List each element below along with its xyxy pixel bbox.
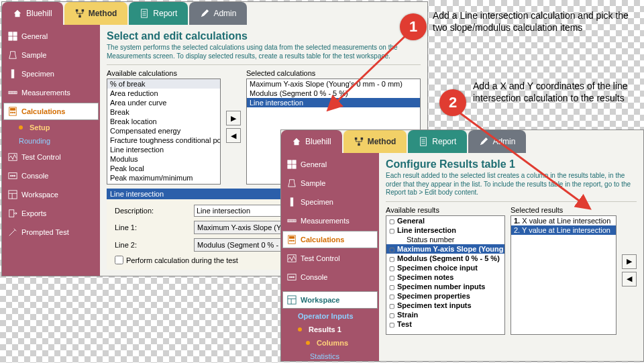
- list-item[interactable]: Area under curve: [107, 98, 220, 107]
- sidebar-item-general[interactable]: General: [282, 156, 378, 173]
- list-item[interactable]: Line intersection: [107, 145, 220, 154]
- sidebar-item-label: Exports: [21, 209, 46, 217]
- sidebar-item-specimen[interactable]: Specimen: [282, 193, 378, 211]
- sidebar-item-test-control[interactable]: Test Control: [282, 250, 378, 267]
- list-item[interactable]: 2. Y value at Line intersection: [511, 225, 616, 235]
- available-calculations-list[interactable]: % of break Area reduction Area under cur…: [107, 79, 221, 185]
- sidebar-item-sample[interactable]: Sample: [3, 46, 99, 64]
- list-item[interactable]: 1. X value at Line intersection: [511, 216, 616, 225]
- tab-home[interactable]: Bluehill: [281, 130, 342, 153]
- sidebar-item-label: Calculations: [21, 107, 65, 115]
- sidebar-item-label: Console: [301, 273, 327, 281]
- tree-item[interactable]: General: [386, 216, 504, 225]
- sidebar-item-calculations[interactable]: Calculations: [282, 231, 378, 248]
- sidebar-item-label: Sample: [301, 179, 325, 187]
- sidebar-item-console[interactable]: Console: [282, 268, 378, 286]
- export-icon: [8, 209, 17, 218]
- sidebar-item-general[interactable]: General: [3, 28, 99, 45]
- sidebar-item-label: Calculations: [301, 236, 344, 244]
- sidebar-sub-results1[interactable]: Results 1: [282, 323, 378, 335]
- list-item[interactable]: Break: [107, 107, 220, 117]
- remove-button[interactable]: ◀: [226, 128, 241, 143]
- sidebar-item-workspace[interactable]: Workspace: [3, 186, 99, 203]
- svg-rect-5: [13, 32, 17, 36]
- sidebar-item-measurements[interactable]: Measurements: [282, 212, 378, 229]
- callout-text-1: Add a Line intersection calculation and …: [433, 10, 634, 34]
- sidebar-item-console[interactable]: Console: [3, 167, 99, 185]
- tree-item[interactable]: Specimen notes: [386, 272, 504, 282]
- specimen-icon: [287, 197, 297, 207]
- tree-item[interactable]: Specimen number inputs: [386, 282, 504, 291]
- tab-method[interactable]: Method: [64, 2, 128, 25]
- tab-method[interactable]: Method: [343, 130, 407, 153]
- sidebar-sub-setup[interactable]: Setup: [3, 121, 99, 134]
- tab-home[interactable]: Bluehill: [2, 2, 63, 25]
- list-item[interactable]: Peak local: [107, 164, 220, 173]
- tree-item[interactable]: Specimen properties: [386, 291, 504, 301]
- move-buttons: ▶ ◀: [622, 206, 637, 335]
- list-item[interactable]: Poisson's ratio: [107, 183, 220, 185]
- svg-rect-11: [11, 109, 15, 111]
- sidebar-sub-rounding[interactable]: Rounding: [3, 135, 99, 147]
- tab-admin[interactable]: Admin: [468, 130, 526, 153]
- svg-point-40: [291, 276, 292, 278]
- list-item[interactable]: Line intersection: [247, 98, 420, 107]
- tree-item[interactable]: Specimen text inputs: [386, 301, 504, 310]
- list-item[interactable]: Peak maximum/minimum: [107, 173, 220, 183]
- tree-item[interactable]: Test: [386, 319, 504, 329]
- tab-home-label: Bluehill: [26, 9, 52, 18]
- tree-item[interactable]: Strain: [386, 310, 504, 319]
- wand-icon: [8, 227, 17, 237]
- list-item[interactable]: Break location: [107, 117, 220, 126]
- tab-admin-label: Admin: [213, 9, 236, 18]
- svg-point-35: [291, 240, 292, 242]
- tree-item[interactable]: Maximum Y-axis Slope (Young: [386, 244, 504, 254]
- sidebar-item-label: Test Control: [301, 254, 340, 262]
- tree-item[interactable]: Specimen choice input: [386, 263, 504, 272]
- sample-icon: [8, 50, 17, 60]
- tree-item[interactable]: Modulus (Segment 0 % - 5 %): [386, 254, 504, 263]
- sidebar-item-specimen[interactable]: Specimen: [3, 65, 99, 83]
- panel-description: The system performs the selected calcula…: [107, 44, 421, 60]
- calculator-icon: [287, 235, 297, 244]
- sidebar-item-workspace[interactable]: Workspace: [282, 291, 378, 309]
- tab-report-label: Report: [153, 9, 177, 18]
- sidebar-item-calculations[interactable]: Calculations: [3, 103, 99, 120]
- available-label: Available calculations: [107, 69, 221, 77]
- list-item[interactable]: Modulus (Segment 0 % - 5 %): [247, 89, 420, 98]
- sidebar-item-test-control[interactable]: Test Control: [3, 148, 99, 166]
- remove-button[interactable]: ◀: [622, 272, 637, 287]
- sidebar-item-prompted-test[interactable]: Prompted Test: [3, 223, 99, 241]
- add-button[interactable]: ▶: [622, 254, 637, 269]
- sidebar-sub-operator-inputs[interactable]: Operator Inputs: [282, 310, 378, 322]
- available-results-tree[interactable]: General Line intersection Status number …: [386, 215, 505, 335]
- perform-checkbox[interactable]: [115, 256, 123, 264]
- tab-report[interactable]: Report: [408, 130, 467, 153]
- tree-item[interactable]: Status number: [386, 235, 504, 244]
- svg-rect-26: [288, 160, 291, 164]
- home-icon: [292, 137, 301, 146]
- svg-rect-42: [288, 296, 296, 304]
- list-item[interactable]: Fracture toughness conditional po: [107, 136, 220, 145]
- list-item[interactable]: Area reduction: [107, 89, 220, 98]
- sidebar-item-exports[interactable]: Exports: [3, 205, 99, 222]
- sidebar-item-measurements[interactable]: Measurements: [3, 84, 99, 101]
- sidebar-item-label: Console: [21, 172, 48, 180]
- sidebar-sub-statistics[interactable]: Statistics: [282, 350, 378, 362]
- sidebar-item-sample[interactable]: Sample: [282, 174, 378, 192]
- divider: [386, 201, 637, 202]
- tab-admin[interactable]: Admin: [189, 2, 247, 25]
- list-item[interactable]: % of break: [107, 79, 220, 89]
- selected-label: Selected results: [511, 206, 616, 214]
- svg-rect-29: [292, 165, 296, 168]
- add-button[interactable]: ▶: [226, 111, 241, 125]
- selected-label: Selected calculations: [246, 69, 421, 77]
- list-item[interactable]: Maximum Y-axis Slope (Young's 0 mm - 0 m…: [247, 79, 420, 89]
- tab-report[interactable]: Report: [129, 2, 188, 25]
- tree-item[interactable]: Line intersection: [386, 225, 504, 235]
- sidebar-sub-columns[interactable]: Columns: [282, 337, 378, 349]
- line2-label: Line 2:: [115, 241, 187, 249]
- list-item[interactable]: Compensated energy: [107, 126, 220, 136]
- list-item[interactable]: Modulus: [107, 154, 220, 164]
- selected-results-list[interactable]: 1. X value at Line intersection 2. Y val…: [511, 215, 616, 335]
